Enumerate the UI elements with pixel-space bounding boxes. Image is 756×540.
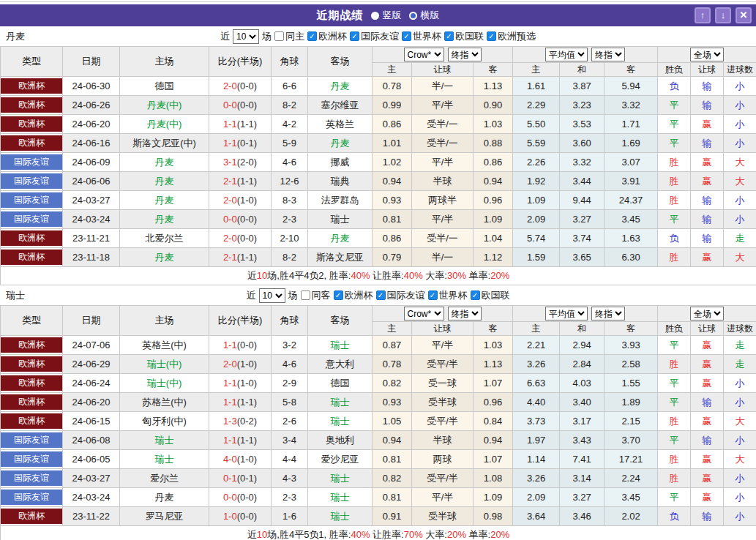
corners: 5-8: [272, 393, 308, 412]
fulltime-score: 1-1: [223, 340, 237, 350]
summary-part: 让胜率:: [370, 529, 403, 540]
odds-time-select-2[interactable]: 终指: [591, 48, 625, 61]
same-side-filter[interactable]: 同客: [301, 289, 331, 302]
period-select[interactable]: 全场: [690, 307, 724, 320]
team-section: 瑞士 近 10 场 同客 ✓欧洲杯✓国际友谊✓世界杯✓欧国联 类型 日期 主场: [0, 285, 756, 540]
team-section: 丹麦 近 10 场 同主 ✓欧洲杯✓国际友谊✓世界杯✓欧国联✓欧洲预选 类型 日…: [0, 26, 756, 285]
odds-time-select[interactable]: 终指: [448, 307, 482, 320]
crow-away-odds: 1.13: [474, 355, 513, 374]
match-date: 24-03-24: [63, 210, 120, 229]
average-select[interactable]: 平均值: [545, 307, 588, 320]
average-select[interactable]: 平均值: [545, 48, 588, 61]
match-date: 24-06-15: [63, 412, 120, 431]
goals-result: 大: [724, 412, 756, 431]
checkbox-checked-icon[interactable]: ✓: [444, 31, 454, 41]
competition-filter[interactable]: ✓世界杯: [428, 289, 468, 302]
avg-away-odds: 6.30: [605, 248, 658, 267]
radio-vertical-label: 竖版: [383, 9, 402, 22]
match-type-cell: 欧洲杯: [1, 134, 63, 153]
layout-radio-vertical[interactable]: 竖版: [371, 9, 402, 22]
period-select[interactable]: 全场: [690, 48, 724, 61]
halftime-score: (0-0): [237, 511, 257, 522]
match-count-select[interactable]: 10: [259, 288, 285, 303]
fulltime-score: 1-1: [223, 435, 237, 446]
competition-filter[interactable]: ✓欧国联: [471, 289, 510, 302]
crow-home-odds: 0.78: [373, 355, 412, 374]
bookmaker-select[interactable]: Crow*: [404, 307, 444, 320]
fulltime-score: 2-0: [223, 80, 237, 91]
score-cell: 0-1(0-1): [209, 469, 272, 488]
competition-filter[interactable]: ✓国际友谊: [350, 30, 399, 43]
wdl-result: 平: [658, 431, 691, 450]
titlebar: 近期战绩 竖版 横版 ↑ ↓ ✕: [0, 4, 756, 26]
avg-home-odds: 3.64: [513, 507, 560, 526]
checkbox-checked-icon[interactable]: ✓: [471, 290, 480, 300]
match-row: 国际友谊24-03-27爱尔兰0-1(0-1)4-3瑞士0.82受平/半1.08…: [1, 469, 756, 488]
fulltime-group-header: 全场: [658, 47, 756, 63]
competition-filter[interactable]: ✓欧洲预选: [487, 30, 536, 43]
match-date: 24-06-30: [63, 77, 120, 96]
match-count-select[interactable]: 10: [233, 29, 259, 44]
match-date: 24-03-27: [63, 191, 120, 210]
radio-unselected-icon[interactable]: [371, 12, 379, 20]
competition-filter[interactable]: ✓国际友谊: [376, 289, 425, 302]
home-team: 德国: [120, 77, 209, 96]
crow-home-odds: 0.86: [373, 229, 412, 248]
close-button[interactable]: ✕: [736, 7, 752, 23]
avg-away-odds: 3.45: [605, 488, 658, 507]
crow-home-odds: 0.81: [373, 488, 412, 507]
corners: 2-6: [272, 412, 308, 431]
match-date: 24-06-26: [63, 96, 120, 115]
fulltime-score: 1-1: [223, 397, 237, 408]
match-type-cell: 国际友谊: [1, 172, 63, 191]
col-header-date: 日期: [63, 47, 120, 77]
col-header-away: 客场: [308, 47, 373, 77]
checkbox-unchecked-icon[interactable]: [301, 290, 310, 300]
odds-time-select[interactable]: 终指: [448, 48, 482, 61]
wdl-result: 胜: [658, 248, 691, 267]
checkbox-checked-icon[interactable]: ✓: [487, 31, 496, 41]
halftime-score: (0-1): [237, 138, 257, 149]
checkbox-checked-icon[interactable]: ✓: [350, 31, 359, 41]
same-side-filter[interactable]: 同主: [274, 30, 304, 43]
checkbox-checked-icon[interactable]: ✓: [307, 31, 317, 41]
competition-badge: 国际友谊: [1, 470, 62, 486]
crow-handicap: 半/一: [412, 248, 474, 267]
competition-filter[interactable]: ✓欧洲杯: [307, 30, 347, 43]
crow-home-odds: 0.81: [373, 450, 412, 469]
home-team: 丹麦: [120, 488, 209, 507]
col-header-home: 主场: [120, 47, 209, 77]
goals-result: 小: [724, 115, 756, 134]
corners: 8-2: [272, 96, 308, 115]
handicap-result: 输: [691, 210, 724, 229]
match-row: 国际友谊24-06-08瑞士1-1(1-1)3-4奥地利0.94半球0.941.…: [1, 431, 756, 450]
crow-home-odds: 0.79: [373, 248, 412, 267]
competition-filter[interactable]: ✓世界杯: [402, 30, 441, 43]
crow-handicap: 受半球: [412, 393, 474, 412]
checkbox-unchecked-icon[interactable]: [274, 31, 284, 41]
competition-filters: ✓欧洲杯✓国际友谊✓世界杯✓欧国联✓欧洲预选: [307, 30, 536, 43]
crow-away-odds: 0.96: [474, 393, 513, 412]
checkbox-checked-icon[interactable]: ✓: [334, 290, 343, 300]
competition-filter[interactable]: ✓欧洲杯: [334, 289, 373, 302]
crow-away-odds: 1.03: [474, 115, 513, 134]
layout-radio-horizontal[interactable]: 横版: [409, 9, 440, 22]
bookmaker-select[interactable]: Crow*: [404, 48, 444, 61]
competition-filter[interactable]: ✓欧国联: [444, 30, 484, 43]
crow-home-odds: 0.78: [373, 77, 412, 96]
radio-selected-icon[interactable]: [409, 12, 417, 20]
match-type-cell: 欧洲杯: [1, 248, 63, 267]
handicap-result: 赢: [691, 488, 724, 507]
crow-home-odds: 1.02: [373, 153, 412, 172]
crow-away-odds: 1.09: [474, 488, 513, 507]
move-down-button[interactable]: ↓: [715, 7, 731, 23]
handicap-result: 输: [691, 77, 724, 96]
match-row: 欧洲杯24-07-06英格兰(中)1-1(0-0)3-2瑞士0.87平/半1.0…: [1, 336, 756, 355]
checkbox-checked-icon[interactable]: ✓: [428, 290, 438, 300]
checkbox-checked-icon[interactable]: ✓: [376, 290, 386, 300]
competition-badge: 欧洲杯: [1, 375, 62, 391]
match-type-cell: 欧洲杯: [1, 412, 63, 431]
checkbox-checked-icon[interactable]: ✓: [402, 31, 411, 41]
odds-time-select-2[interactable]: 终指: [591, 307, 625, 320]
move-up-button[interactable]: ↑: [695, 7, 711, 23]
